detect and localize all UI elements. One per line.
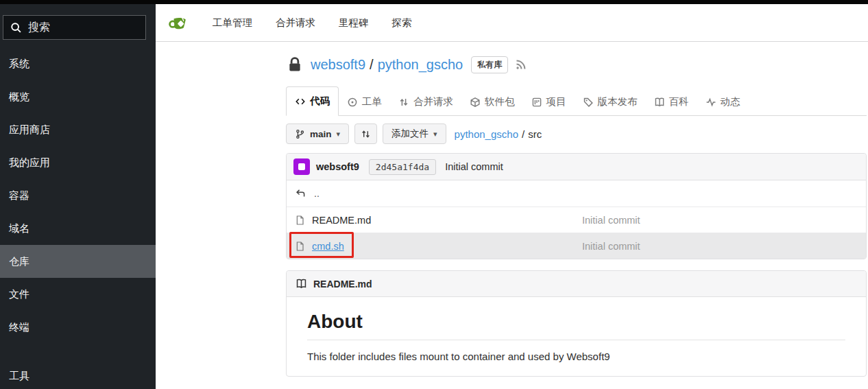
sidebar-item-overview[interactable]: 概览 — [0, 80, 156, 113]
commit-message[interactable]: Initial commit — [445, 161, 503, 172]
parent-directory-label[interactable]: .. — [314, 188, 320, 199]
go-up-icon — [295, 188, 306, 199]
sidebar-item-myapps[interactable]: 我的应用 — [0, 146, 156, 179]
gitea-main-area: 工单管理 合并请求 里程碑 探索 websoft9/python_gscho 私… — [156, 4, 868, 389]
repo-tabs: 代码 工单 合并请求 软件包 项目 版本发布 — [286, 86, 867, 116]
avatar[interactable] — [293, 158, 310, 175]
sidebar-item-system[interactable]: 系统 — [0, 47, 156, 80]
admin-sidebar: 系统 概览 应用商店 我的应用 容器 域名 仓库 文件 终端 工具 — [0, 4, 156, 389]
repo-owner-link[interactable]: websoft9 — [311, 57, 365, 72]
project-board-icon — [531, 97, 542, 108]
parent-directory-row[interactable]: .. — [287, 180, 866, 207]
nav-pull-requests[interactable]: 合并请求 — [276, 16, 315, 30]
tab-projects[interactable]: 项目 — [523, 88, 575, 116]
readme-body: About This folder includes files mount t… — [287, 297, 866, 376]
sidebar-item-repository[interactable]: 仓库 — [0, 245, 156, 278]
sidebar-item-appstore[interactable]: 应用商店 — [0, 113, 156, 146]
issue-icon — [347, 97, 358, 108]
tag-icon — [583, 97, 594, 108]
nav-milestones[interactable]: 里程碑 — [339, 16, 369, 30]
code-icon — [295, 96, 306, 107]
nav-issues-management[interactable]: 工单管理 — [213, 16, 252, 30]
repo-content: websoft9/python_gscho 私有库 代码 工单 合并请求 软 — [286, 54, 867, 377]
readme-heading: About — [307, 311, 845, 340]
repo-name-link[interactable]: python_gscho — [378, 57, 463, 72]
latest-commit-row: websoft9 2d45a1f4da Initial commit — [287, 154, 866, 180]
tab-packages[interactable]: 软件包 — [461, 88, 523, 116]
readme-header: README.md — [287, 271, 866, 297]
sidebar-item-tools[interactable]: 工具 — [0, 359, 156, 389]
readme-panel: README.md About This folder includes fil… — [286, 270, 867, 377]
tab-activity[interactable]: 动态 — [697, 88, 749, 116]
book-icon — [296, 278, 307, 290]
sidebar-nav: 系统 概览 应用商店 我的应用 容器 域名 仓库 文件 终端 工具 — [0, 47, 156, 389]
repo-title: websoft9/python_gscho — [311, 57, 463, 73]
sidebar-item-terminal[interactable]: 终端 — [0, 311, 156, 344]
sidebar-item-files[interactable]: 文件 — [0, 278, 156, 311]
table-row[interactable]: cmd.sh Initial commit — [287, 233, 866, 259]
lock-icon — [286, 56, 304, 73]
branch-selector-button[interactable]: main ▾ — [286, 123, 349, 144]
breadcrumb-repo-link[interactable]: python_gscho — [455, 128, 518, 140]
chevron-down-icon: ▾ — [337, 130, 341, 139]
search-input[interactable] — [28, 21, 124, 34]
file-icon — [295, 241, 305, 252]
add-file-button[interactable]: 添加文件 ▾ — [383, 123, 446, 144]
compare-button[interactable] — [354, 123, 377, 144]
file-link-readme[interactable]: README.md — [312, 215, 371, 226]
git-compare-icon — [361, 129, 371, 139]
readme-filename: README.md — [313, 279, 372, 290]
top-black-strip — [0, 0, 868, 4]
branch-toolbar: main ▾ 添加文件 ▾ python_gscho/src — [286, 123, 867, 144]
package-icon — [470, 97, 481, 108]
file-icon — [295, 215, 305, 226]
readme-paragraph: This folder includes files mount to cont… — [307, 351, 845, 362]
tab-code[interactable]: 代码 — [286, 86, 339, 116]
file-link-cmd-sh[interactable]: cmd.sh — [312, 241, 344, 252]
gitea-logo-icon[interactable] — [169, 12, 189, 33]
book-icon — [654, 97, 665, 108]
repo-title-separator: / — [370, 57, 374, 72]
file-browser: websoft9 2d45a1f4da Initial commit .. RE… — [286, 153, 867, 259]
repo-header: websoft9/python_gscho 私有库 — [286, 54, 867, 75]
commit-sha-badge[interactable]: 2d45a1f4da — [369, 159, 436, 175]
tab-pull-requests[interactable]: 合并请求 — [390, 88, 461, 116]
sidebar-search-box[interactable] — [3, 15, 146, 40]
activity-icon — [706, 97, 716, 108]
gitea-topnav: 工单管理 合并请求 里程碑 探索 — [156, 4, 868, 42]
breadcrumb: python_gscho/src — [455, 128, 542, 140]
sidebar-item-containers[interactable]: 容器 — [0, 179, 156, 212]
chevron-down-icon: ▾ — [433, 130, 437, 139]
file-commit-message[interactable]: Initial commit — [582, 215, 640, 226]
tab-releases[interactable]: 版本发布 — [575, 88, 646, 116]
commit-author[interactable]: websoft9 — [316, 161, 359, 172]
git-branch-icon — [295, 129, 305, 139]
tab-issues[interactable]: 工单 — [339, 88, 390, 116]
nav-explore[interactable]: 探索 — [392, 16, 412, 30]
breadcrumb-path: src — [528, 128, 542, 140]
pull-request-icon — [398, 97, 409, 108]
file-commit-message[interactable]: Initial commit — [582, 241, 640, 252]
sidebar-item-domains[interactable]: 域名 — [0, 212, 156, 245]
private-repo-badge: 私有库 — [471, 56, 508, 73]
search-icon — [10, 22, 22, 34]
rss-icon[interactable] — [515, 58, 527, 71]
tab-wiki[interactable]: 百科 — [646, 88, 697, 116]
table-row[interactable]: README.md Initial commit — [287, 207, 866, 233]
